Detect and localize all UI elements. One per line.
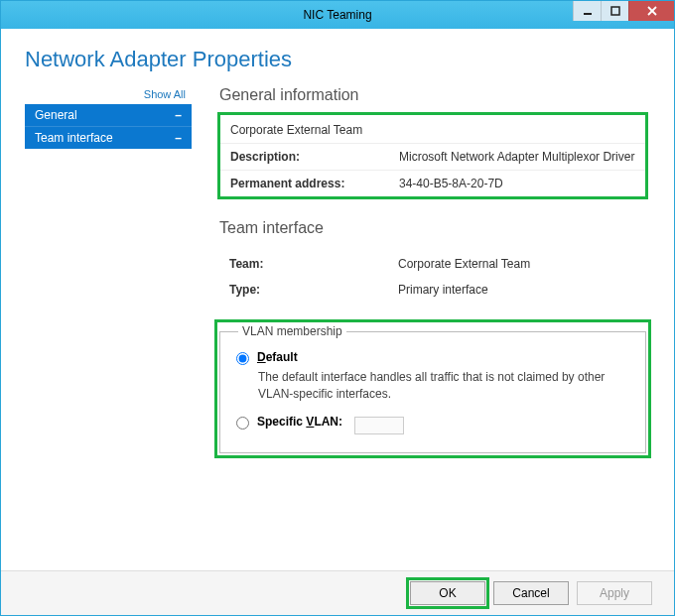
show-all-link[interactable]: Show All <box>25 86 192 104</box>
ok-button[interactable]: OK <box>410 581 485 605</box>
general-row: Permanent address: 34-40-B5-8A-20-7D <box>220 170 645 196</box>
close-icon <box>646 5 658 17</box>
general-info-card: Corporate External Team Description: Mic… <box>219 114 646 197</box>
vlan-legend: VLAN membership <box>238 324 346 338</box>
type-row: Type: Primary interface <box>229 277 636 303</box>
window-controls <box>573 1 674 21</box>
vlan-specific-label: Specific VLAN: <box>257 415 342 429</box>
vlan-id-input[interactable] <box>354 417 404 434</box>
cancel-button[interactable]: Cancel <box>493 581 569 605</box>
team-interface-heading: Team interface <box>219 219 646 237</box>
minimize-button[interactable] <box>573 1 601 21</box>
maximize-button[interactable] <box>601 1 628 21</box>
vlan-default-option[interactable]: Default <box>236 350 629 365</box>
svg-rect-1 <box>611 7 619 15</box>
general-row: Description: Microsoft Network Adapter M… <box>220 143 645 170</box>
window-title: NIC Teaming <box>303 8 371 22</box>
type-label: Type: <box>229 283 398 297</box>
general-heading: General information <box>219 86 646 104</box>
team-value: Corporate External Team <box>398 257 636 271</box>
vlan-specific-radio[interactable] <box>236 417 249 430</box>
permanent-address-value: 34-40-B5-8A-20-7D <box>399 177 635 190</box>
nic-teaming-window: NIC Teaming Network Adapter Properties S… <box>0 0 675 616</box>
sidebar: Show All General – Team interface – <box>25 86 192 570</box>
description-value: Microsoft Network Adapter Multiplexor Dr… <box>399 150 635 164</box>
vlan-default-description: The default interface handles all traffi… <box>258 369 615 403</box>
sidebar-item-label: General <box>35 108 77 122</box>
minimize-icon <box>583 6 593 16</box>
sidebar-item-label: Team interface <box>35 131 113 145</box>
sidebar-item-team-interface[interactable]: Team interface – <box>25 127 192 149</box>
vlan-membership-group: VLAN membership Default The default inte… <box>219 324 646 453</box>
vlan-default-radio[interactable] <box>236 352 249 365</box>
main-panel: General information Corporate External T… <box>219 86 650 570</box>
collapse-icon: – <box>175 131 182 145</box>
description-label: Description: <box>230 150 399 164</box>
content-area: Network Adapter Properties Show All Gene… <box>1 29 674 570</box>
titlebar: NIC Teaming <box>1 1 674 29</box>
body-row: Show All General – Team interface – Gene… <box>25 86 650 570</box>
close-button[interactable] <box>628 1 674 21</box>
vlan-default-label: Default <box>257 350 298 364</box>
adapter-name: Corporate External Team <box>220 115 645 143</box>
dialog-footer: OK Cancel Apply <box>1 570 674 615</box>
type-value: Primary interface <box>398 283 636 297</box>
sidebar-item-general[interactable]: General – <box>25 104 192 127</box>
apply-button[interactable]: Apply <box>577 581 652 605</box>
maximize-icon <box>610 6 620 16</box>
permanent-address-label: Permanent address: <box>230 177 399 190</box>
team-row: Team: Corporate External Team <box>229 251 636 277</box>
team-label: Team: <box>229 257 398 271</box>
team-interface-rows: Team: Corporate External Team Type: Prim… <box>219 247 646 307</box>
page-title: Network Adapter Properties <box>25 47 650 72</box>
collapse-icon: – <box>175 108 182 122</box>
vlan-specific-option[interactable]: Specific VLAN: <box>236 415 629 434</box>
